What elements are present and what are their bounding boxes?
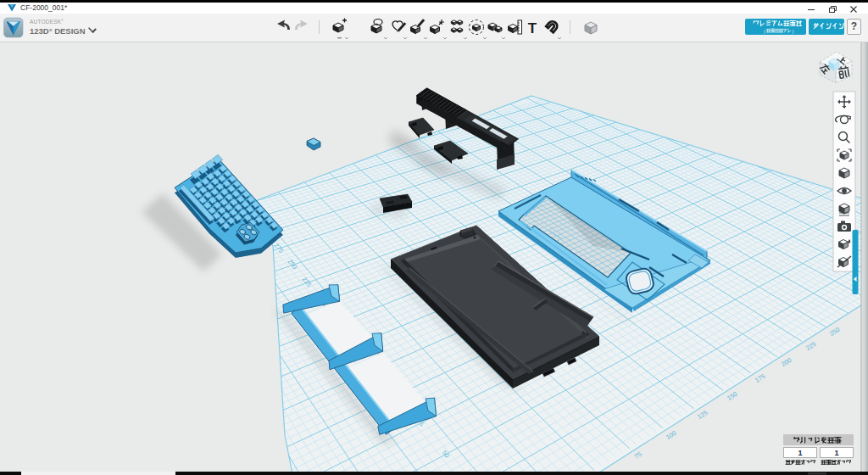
svg-text:(: ( [764,29,765,34]
svg-text:125: 125 [696,409,709,421]
svg-text:100: 100 [665,429,677,441]
svg-text:1: 1 [798,449,802,457]
svg-text:200: 200 [780,356,793,368]
svg-text:1: 1 [834,449,838,457]
svg-text:): ) [793,29,794,34]
svg-text:150: 150 [726,390,738,402]
svg-text:T: T [528,20,537,36]
svg-text:225: 225 [804,340,817,352]
svg-text:75: 75 [633,450,643,461]
svg-text:175: 175 [754,372,766,384]
svg-text:250: 250 [828,326,841,338]
